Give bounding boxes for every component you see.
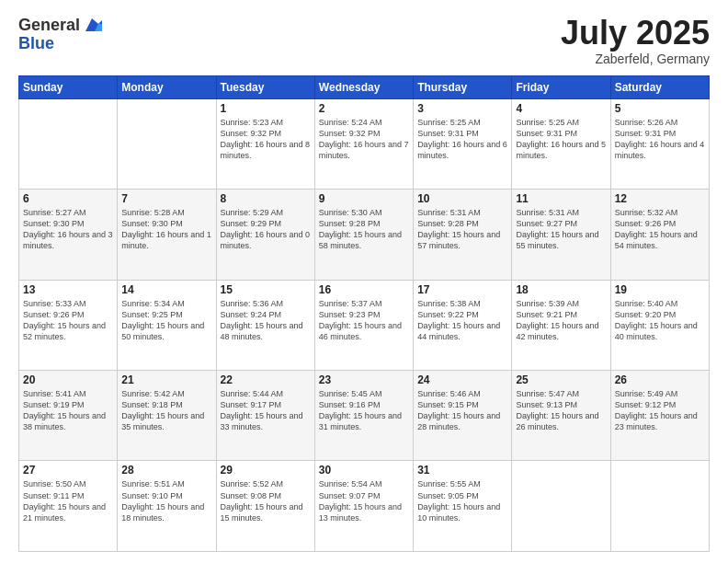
logo-icon: [82, 15, 102, 35]
day-detail: Sunrise: 5:44 AMSunset: 9:17 PMDaylight:…: [221, 388, 311, 433]
day-detail: Sunrise: 5:26 AMSunset: 9:31 PMDaylight:…: [615, 117, 705, 162]
day-number: 30: [319, 464, 409, 477]
calendar-cell: 22Sunrise: 5:44 AMSunset: 9:17 PMDayligh…: [216, 371, 314, 461]
title-block: July 2025 Zaberfeld, Germany: [561, 15, 710, 66]
calendar-cell: 26Sunrise: 5:49 AMSunset: 9:12 PMDayligh…: [610, 371, 709, 461]
day-detail: Sunrise: 5:39 AMSunset: 9:21 PMDaylight:…: [516, 298, 606, 343]
calendar-cell: 15Sunrise: 5:36 AMSunset: 9:24 PMDayligh…: [216, 280, 314, 370]
day-detail: Sunrise: 5:50 AMSunset: 9:11 PMDaylight:…: [23, 478, 113, 523]
day-detail: Sunrise: 5:32 AMSunset: 9:26 PMDaylight:…: [615, 207, 705, 252]
day-detail: Sunrise: 5:27 AMSunset: 9:30 PMDaylight:…: [23, 207, 113, 252]
day-number: 26: [615, 373, 705, 386]
day-number: 17: [417, 283, 507, 296]
day-number: 24: [417, 373, 507, 386]
day-detail: Sunrise: 5:37 AMSunset: 9:23 PMDaylight:…: [319, 298, 409, 343]
week-row-2: 6Sunrise: 5:27 AMSunset: 9:30 PMDaylight…: [19, 190, 710, 280]
day-number: 15: [221, 283, 311, 296]
day-detail: Sunrise: 5:46 AMSunset: 9:15 PMDaylight:…: [417, 388, 507, 433]
calendar-cell: 28Sunrise: 5:51 AMSunset: 9:10 PMDayligh…: [118, 461, 216, 552]
day-number: 11: [516, 192, 606, 205]
day-detail: Sunrise: 5:38 AMSunset: 9:22 PMDaylight:…: [417, 298, 507, 343]
calendar-cell: 8Sunrise: 5:29 AMSunset: 9:29 PMDaylight…: [216, 190, 314, 280]
week-row-1: 1Sunrise: 5:23 AMSunset: 9:32 PMDaylight…: [19, 98, 710, 189]
day-detail: Sunrise: 5:47 AMSunset: 9:13 PMDaylight:…: [516, 388, 606, 433]
day-number: 28: [121, 464, 211, 477]
calendar-table: SundayMondayTuesdayWednesdayThursdayFrid…: [18, 75, 710, 552]
day-number: 20: [23, 373, 113, 386]
calendar-cell: 18Sunrise: 5:39 AMSunset: 9:21 PMDayligh…: [512, 280, 610, 370]
calendar-cell: 23Sunrise: 5:45 AMSunset: 9:16 PMDayligh…: [314, 371, 413, 461]
day-number: 25: [516, 373, 606, 386]
logo-blue: Blue: [18, 35, 54, 52]
day-header-tuesday: Tuesday: [216, 75, 314, 98]
calendar-cell: 3Sunrise: 5:25 AMSunset: 9:31 PMDaylight…: [414, 98, 512, 189]
day-detail: Sunrise: 5:54 AMSunset: 9:07 PMDaylight:…: [319, 478, 409, 523]
day-detail: Sunrise: 5:24 AMSunset: 9:32 PMDaylight:…: [319, 117, 409, 162]
day-number: 27: [23, 464, 113, 477]
day-number: 21: [121, 373, 211, 386]
day-number: 1: [221, 102, 311, 115]
calendar-cell: 2Sunrise: 5:24 AMSunset: 9:32 PMDaylight…: [314, 98, 413, 189]
calendar-cell: 31Sunrise: 5:55 AMSunset: 9:05 PMDayligh…: [414, 461, 512, 552]
day-number: 5: [615, 102, 705, 115]
calendar-cell: 13Sunrise: 5:33 AMSunset: 9:26 PMDayligh…: [19, 280, 118, 370]
day-number: 7: [121, 192, 211, 205]
day-number: 13: [23, 283, 113, 296]
day-detail: Sunrise: 5:41 AMSunset: 9:19 PMDaylight:…: [23, 388, 113, 433]
day-detail: Sunrise: 5:52 AMSunset: 9:08 PMDaylight:…: [221, 478, 311, 523]
calendar-cell: 11Sunrise: 5:31 AMSunset: 9:27 PMDayligh…: [512, 190, 610, 280]
calendar-cell: 29Sunrise: 5:52 AMSunset: 9:08 PMDayligh…: [216, 461, 314, 552]
day-number: 12: [615, 192, 705, 205]
day-detail: Sunrise: 5:40 AMSunset: 9:20 PMDaylight:…: [615, 298, 705, 343]
calendar-cell: 20Sunrise: 5:41 AMSunset: 9:19 PMDayligh…: [19, 371, 118, 461]
day-header-wednesday: Wednesday: [314, 75, 413, 98]
header: General Blue July 2025 Zaberfeld, German…: [18, 15, 710, 66]
calendar-cell: 9Sunrise: 5:30 AMSunset: 9:28 PMDaylight…: [314, 190, 413, 280]
day-number: 29: [221, 464, 311, 477]
day-header-friday: Friday: [512, 75, 610, 98]
day-detail: Sunrise: 5:31 AMSunset: 9:28 PMDaylight:…: [417, 207, 507, 252]
day-detail: Sunrise: 5:33 AMSunset: 9:26 PMDaylight:…: [23, 298, 113, 343]
day-number: 4: [516, 102, 606, 115]
calendar-cell: 19Sunrise: 5:40 AMSunset: 9:20 PMDayligh…: [610, 280, 709, 370]
calendar-cell: 14Sunrise: 5:34 AMSunset: 9:25 PMDayligh…: [118, 280, 216, 370]
day-number: 16: [319, 283, 409, 296]
day-detail: Sunrise: 5:25 AMSunset: 9:31 PMDaylight:…: [516, 117, 606, 162]
calendar-cell: 16Sunrise: 5:37 AMSunset: 9:23 PMDayligh…: [314, 280, 413, 370]
calendar-cell: 25Sunrise: 5:47 AMSunset: 9:13 PMDayligh…: [512, 371, 610, 461]
week-row-3: 13Sunrise: 5:33 AMSunset: 9:26 PMDayligh…: [19, 280, 710, 370]
day-detail: Sunrise: 5:55 AMSunset: 9:05 PMDaylight:…: [417, 478, 507, 523]
day-header-sunday: Sunday: [19, 75, 118, 98]
day-detail: Sunrise: 5:29 AMSunset: 9:29 PMDaylight:…: [221, 207, 311, 252]
logo-general: General: [18, 17, 80, 33]
calendar-cell: 7Sunrise: 5:28 AMSunset: 9:30 PMDaylight…: [118, 190, 216, 280]
calendar-cell: 21Sunrise: 5:42 AMSunset: 9:18 PMDayligh…: [118, 371, 216, 461]
day-number: 19: [615, 283, 705, 296]
calendar-cell: [118, 98, 216, 189]
calendar-cell: [610, 461, 709, 552]
month-title: July 2025: [561, 15, 710, 52]
day-number: 3: [417, 102, 507, 115]
calendar-cell: 5Sunrise: 5:26 AMSunset: 9:31 PMDaylight…: [610, 98, 709, 189]
calendar-cell: [19, 98, 118, 189]
day-detail: Sunrise: 5:30 AMSunset: 9:28 PMDaylight:…: [319, 207, 409, 252]
logo: General Blue: [18, 15, 102, 52]
day-number: 10: [417, 192, 507, 205]
calendar-cell: 1Sunrise: 5:23 AMSunset: 9:32 PMDaylight…: [216, 98, 314, 189]
day-detail: Sunrise: 5:42 AMSunset: 9:18 PMDaylight:…: [121, 388, 211, 433]
day-header-thursday: Thursday: [414, 75, 512, 98]
day-detail: Sunrise: 5:49 AMSunset: 9:12 PMDaylight:…: [615, 388, 705, 433]
day-number: 22: [221, 373, 311, 386]
location: Zaberfeld, Germany: [561, 52, 710, 66]
calendar-cell: 24Sunrise: 5:46 AMSunset: 9:15 PMDayligh…: [414, 371, 512, 461]
calendar-cell: [512, 461, 610, 552]
day-detail: Sunrise: 5:34 AMSunset: 9:25 PMDaylight:…: [121, 298, 211, 343]
day-number: 31: [417, 464, 507, 477]
day-detail: Sunrise: 5:28 AMSunset: 9:30 PMDaylight:…: [121, 207, 211, 252]
day-number: 8: [221, 192, 311, 205]
week-row-5: 27Sunrise: 5:50 AMSunset: 9:11 PMDayligh…: [19, 461, 710, 552]
day-number: 6: [23, 192, 113, 205]
calendar-cell: 10Sunrise: 5:31 AMSunset: 9:28 PMDayligh…: [414, 190, 512, 280]
day-detail: Sunrise: 5:51 AMSunset: 9:10 PMDaylight:…: [121, 478, 211, 523]
day-number: 9: [319, 192, 409, 205]
